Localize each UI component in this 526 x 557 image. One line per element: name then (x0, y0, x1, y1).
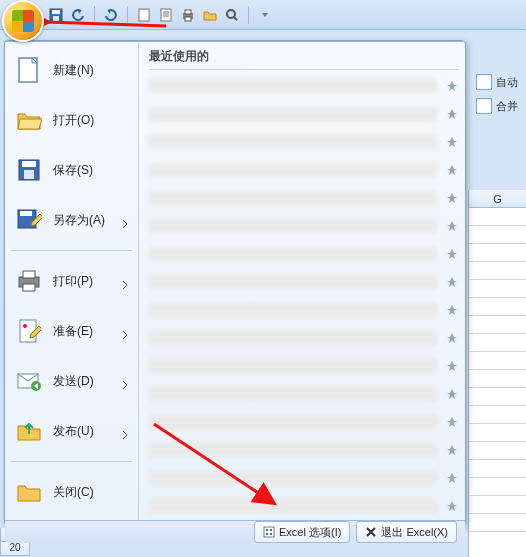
cell[interactable] (469, 442, 526, 460)
qat-dropdown-icon[interactable] (257, 7, 273, 23)
svg-rect-27 (266, 533, 268, 535)
cell[interactable] (469, 208, 526, 226)
recent-document-row[interactable] (149, 356, 459, 376)
svg-rect-14 (24, 170, 34, 179)
pin-icon[interactable] (445, 499, 459, 513)
recent-document-name-blurred (149, 247, 437, 261)
pin-icon[interactable] (445, 135, 459, 149)
recent-document-row[interactable] (149, 244, 459, 264)
prepare-icon (15, 317, 43, 345)
pin-icon[interactable] (445, 303, 459, 317)
menu-item-close[interactable]: 关闭(C) (5, 470, 138, 514)
chevron-right-icon (122, 276, 128, 286)
open-doc-icon[interactable] (158, 7, 174, 23)
office-button[interactable] (2, 0, 44, 42)
cell[interactable] (469, 316, 526, 334)
cell[interactable] (469, 424, 526, 442)
pin-icon[interactable] (445, 275, 459, 289)
menu-item-publish[interactable]: 发布(U) (5, 409, 138, 453)
pin-icon[interactable] (445, 247, 459, 261)
folder-icon[interactable] (202, 7, 218, 23)
cell[interactable] (469, 478, 526, 496)
recent-document-name-blurred (149, 499, 437, 513)
menu-item-label: 准备(E) (53, 323, 112, 340)
chevron-right-icon (122, 426, 128, 436)
menu-item-prepare[interactable]: 准备(E) (5, 309, 138, 353)
column-header[interactable]: G (469, 190, 526, 208)
save-disk-icon (15, 156, 43, 184)
pin-icon[interactable] (445, 359, 459, 373)
printer-icon (15, 267, 43, 295)
pin-icon[interactable] (445, 219, 459, 233)
pin-icon[interactable] (445, 163, 459, 177)
cell[interactable] (469, 280, 526, 298)
cell[interactable] (469, 406, 526, 424)
svg-rect-6 (185, 10, 191, 14)
recent-document-row[interactable] (149, 76, 459, 96)
excel-options-button[interactable]: Excel 选项(I) (254, 521, 350, 543)
undo-icon[interactable] (70, 7, 86, 23)
menu-item-label: 保存(S) (53, 162, 128, 179)
menu-item-label: 另存为(A) (53, 212, 112, 229)
cell[interactable] (469, 514, 526, 532)
qat-separator (248, 6, 249, 24)
svg-rect-7 (185, 17, 191, 21)
recent-document-row[interactable] (149, 132, 459, 152)
cell[interactable] (469, 352, 526, 370)
cell[interactable] (469, 262, 526, 280)
pin-icon[interactable] (445, 387, 459, 401)
pin-icon[interactable] (445, 415, 459, 429)
cell[interactable] (469, 388, 526, 406)
menu-item-saveas[interactable]: 另存为(A) (5, 198, 138, 242)
close-folder-icon (15, 478, 43, 506)
options-icon (263, 526, 275, 538)
recent-document-row[interactable] (149, 328, 459, 348)
cell[interactable] (469, 226, 526, 244)
worksheet-fragment: G (468, 190, 526, 557)
cell[interactable] (469, 370, 526, 388)
saveas-icon (15, 206, 43, 234)
recent-document-row[interactable] (149, 384, 459, 404)
pin-icon[interactable] (445, 471, 459, 485)
preview-icon[interactable] (224, 7, 240, 23)
pin-icon[interactable] (445, 79, 459, 93)
recent-document-name-blurred (149, 303, 437, 317)
recent-document-row[interactable] (149, 188, 459, 208)
new-icon[interactable] (136, 7, 152, 23)
menu-item-label: 发送(D) (53, 373, 112, 390)
pin-icon[interactable] (445, 191, 459, 205)
recent-document-row[interactable] (149, 272, 459, 292)
ribbon-auto-item[interactable]: 自动 (476, 74, 526, 90)
cell[interactable] (469, 496, 526, 514)
pin-icon[interactable] (445, 331, 459, 345)
recent-document-row[interactable] (149, 412, 459, 432)
menu-item-save[interactable]: 保存(S) (5, 148, 138, 192)
cell[interactable] (469, 334, 526, 352)
ribbon-merge-item[interactable]: 合并 (476, 98, 526, 114)
qat-separator (127, 6, 128, 24)
save-icon[interactable] (48, 7, 64, 23)
recent-document-row[interactable] (149, 496, 459, 516)
exit-excel-button[interactable]: 退出 Excel(X) (356, 521, 457, 543)
recent-document-row[interactable] (149, 300, 459, 320)
pin-icon[interactable] (445, 107, 459, 121)
recent-document-row[interactable] (149, 104, 459, 124)
menu-item-send[interactable]: 发送(D) (5, 359, 138, 403)
recent-document-row[interactable] (149, 160, 459, 180)
recent-document-row[interactable] (149, 468, 459, 488)
open-folder-icon (15, 106, 43, 134)
cell[interactable] (469, 298, 526, 316)
recent-document-row[interactable] (149, 216, 459, 236)
send-mail-icon (15, 367, 43, 395)
menu-item-print[interactable]: 打印(P) (5, 259, 138, 303)
svg-point-8 (227, 10, 235, 18)
pin-icon[interactable] (445, 443, 459, 457)
cell[interactable] (469, 460, 526, 478)
print-icon[interactable] (180, 7, 196, 23)
recent-document-row[interactable] (149, 440, 459, 460)
cell[interactable] (469, 244, 526, 262)
menu-item-open[interactable]: 打开(O) (5, 98, 138, 142)
redo-icon[interactable] (103, 7, 119, 23)
menu-item-new[interactable]: 新建(N) (5, 48, 138, 92)
row-header[interactable]: 20 (0, 542, 30, 556)
